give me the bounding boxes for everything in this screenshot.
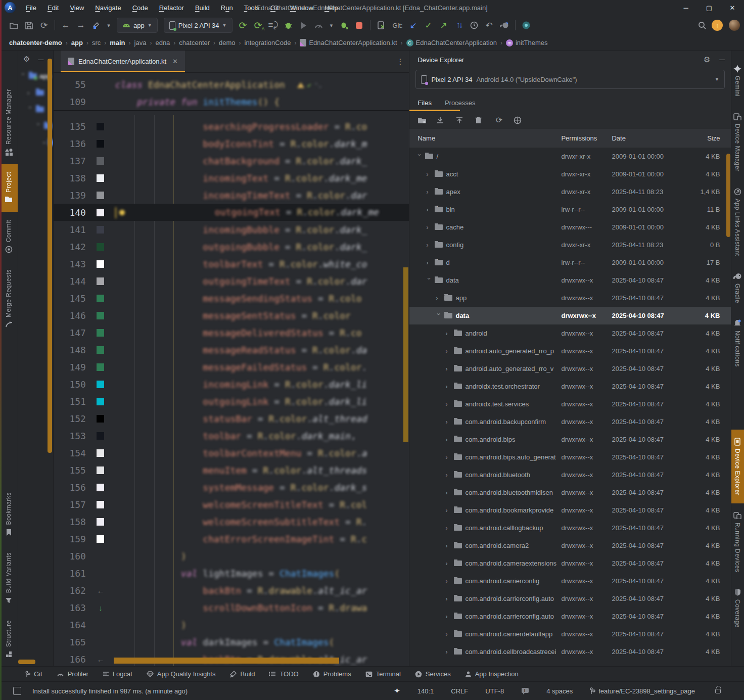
code-line[interactable]: 156 systemMessage = R.color.dark_s xyxy=(54,479,409,496)
menu-item-code[interactable]: Code xyxy=(127,2,153,14)
code-line[interactable]: 161 val lightImages = ChatImages( xyxy=(54,565,409,582)
tool-stripe-button-project[interactable]: Project xyxy=(0,164,18,212)
breadcrumb-item[interactable]: edna xyxy=(155,39,170,46)
tool-stripe-button-merge-requests[interactable]: Merge Requests xyxy=(0,261,18,337)
color-preview-swatch[interactable] xyxy=(97,415,104,423)
tree-chevron-icon[interactable]: › xyxy=(27,89,33,97)
save-icon[interactable] xyxy=(22,18,36,32)
color-preview-swatch[interactable] xyxy=(97,535,104,543)
tool-stripe-button-commit[interactable]: Commit xyxy=(0,212,18,261)
table-row[interactable]: ›appdrwxrwx--x2025-04-10 08:474 KB xyxy=(409,289,731,307)
tool-window-button-problems[interactable]: Problems xyxy=(308,669,356,679)
tool-stripe-button-device-manager[interactable]: Device Manager xyxy=(731,105,744,179)
color-preview-swatch[interactable] xyxy=(97,226,104,234)
open-folder-icon[interactable] xyxy=(7,18,21,32)
gear-icon[interactable]: ⚙ xyxy=(704,55,710,64)
table-row[interactable]: ›androiddrwxrwx--x2025-04-10 08:474 KB xyxy=(409,324,731,342)
tool-stripe-button-build-variants[interactable]: Build Variants xyxy=(0,544,18,612)
profiler-icon[interactable] xyxy=(312,18,326,32)
tree-chevron-icon[interactable]: › xyxy=(426,277,433,283)
code-line[interactable]: 157 welcomeScreenTitleText = R.col xyxy=(54,496,409,513)
project-horizontal-scrollbar[interactable] xyxy=(18,660,35,664)
column-header-permissions[interactable]: Permissions xyxy=(561,134,612,142)
tree-chevron-icon[interactable]: › xyxy=(445,365,451,372)
table-row[interactable]: ›configdrwxr-xr-x2025-04-11 08:230 B xyxy=(409,236,731,254)
profiler-dropdown-chevron-icon[interactable]: ▾ xyxy=(327,18,336,32)
refresh-icon[interactable]: ⟳ xyxy=(494,115,503,125)
menu-item-view[interactable]: View xyxy=(65,2,89,14)
tab-processes[interactable]: Processes xyxy=(445,99,476,107)
code-line[interactable]: 164 ) xyxy=(54,616,409,633)
code-line[interactable]: 146 messageSentStatus = R.color xyxy=(54,307,409,324)
code-line[interactable]: 163↓ scrollDownButtonIcon = R.drawa xyxy=(54,599,409,616)
tool-window-button-app-inspection[interactable]: App Inspection xyxy=(460,669,524,679)
code-line[interactable]: 158 welcomeScreenSubtitleText = R. xyxy=(54,513,409,530)
code-line[interactable]: 140 outgoingText = R.color.dark_me xyxy=(54,204,409,221)
table-row[interactable]: ›com.android.calllogbackupdrwxrwx--x2025… xyxy=(409,519,731,537)
table-row[interactable]: ›apexdrwxr-xr-x2025-04-11 08:231,4 KB xyxy=(409,183,731,201)
color-preview-swatch[interactable] xyxy=(97,432,104,440)
table-row[interactable]: ›datadrwxrwx--x2025-04-10 08:474 KB xyxy=(409,307,731,324)
editor-body[interactable]: 55class EdnaChatCenterApplication✔⌃⌄109 … xyxy=(54,73,409,666)
run-icon[interactable]: ⟳ xyxy=(236,18,250,32)
tool-stripe-button-gemini[interactable]: Gemini xyxy=(731,57,744,105)
table-row[interactable]: ›com.android.carrierconfig.autodrwxrwx--… xyxy=(409,590,731,608)
debug-icon[interactable] xyxy=(282,18,296,32)
tree-chevron-icon[interactable]: › xyxy=(445,330,451,337)
hide-panel-icon[interactable]: ─ xyxy=(719,55,725,64)
code-line[interactable]: 152 statusBar = R.color.alt_thread xyxy=(54,410,409,427)
status-message[interactable]: Install successfully finished in 987 ms.… xyxy=(32,687,188,695)
code-line[interactable]: 142 outgoingBubble = R.color.dark_ xyxy=(54,238,409,255)
table-row[interactable]: ›com.android.bluetoothmidisendrwxrwx--x2… xyxy=(409,484,731,501)
override-down-icon[interactable]: ↓ xyxy=(99,603,103,612)
tree-chevron-icon[interactable]: › xyxy=(426,259,432,266)
table-row[interactable]: ›com.android.carrierdefaultappdrwxrwx--x… xyxy=(409,625,731,643)
project-vertical-scrollbar[interactable] xyxy=(48,59,52,453)
editor-vertical-scrollbar[interactable] xyxy=(403,267,408,442)
table-header-row[interactable]: Name Permissions Date Size xyxy=(409,129,731,148)
code-line[interactable]: 148 messageReadStatus = R.color.da xyxy=(54,341,409,358)
table-row[interactable]: ›android.auto_generated_rro_pdrwxrwx--x2… xyxy=(409,342,731,360)
tree-chevron-icon[interactable]: › xyxy=(445,648,451,656)
tool-stripe-button-structure[interactable]: Structure xyxy=(0,612,18,666)
tool-stripe-button-coverage[interactable]: Coverage xyxy=(731,580,744,636)
apply-changes-icon[interactable]: ⟳A xyxy=(251,18,265,32)
git-sync-icon[interactable]: ↑↓ xyxy=(452,18,466,32)
maximize-button[interactable]: ▢ xyxy=(698,0,721,15)
undo-icon[interactable]: ↶ xyxy=(482,18,496,32)
color-preview-swatch[interactable] xyxy=(97,123,104,130)
goto-related-icon[interactable]: ← xyxy=(97,586,104,595)
upload-file-icon[interactable] xyxy=(456,116,465,124)
table-row[interactable]: ›com.android.cellbroadcastreceidrwxrwx--… xyxy=(409,643,731,661)
tool-window-button-logcat[interactable]: Logcat xyxy=(98,669,137,679)
tree-chevron-icon[interactable]: › xyxy=(34,123,42,129)
menu-item-refactor[interactable]: Refactor xyxy=(154,2,189,14)
color-preview-swatch[interactable] xyxy=(97,449,104,457)
tool-window-button-services[interactable]: Services xyxy=(410,669,456,679)
tool-window-button-app-quality-insights[interactable]: App Quality Insights xyxy=(142,669,221,679)
user-avatar[interactable] xyxy=(729,20,740,31)
code-lines[interactable]: 135 searchingProgressLoader = R.co136 bo… xyxy=(54,111,409,666)
search-everywhere-icon[interactable] xyxy=(695,18,709,32)
tab-options-kebab-icon[interactable]: ⋮ xyxy=(396,57,404,66)
color-preview-swatch[interactable] xyxy=(97,209,104,216)
color-preview-swatch[interactable] xyxy=(97,398,104,405)
color-preview-swatch[interactable] xyxy=(97,466,104,474)
tree-chevron-icon[interactable]: › xyxy=(426,206,432,213)
tree-chevron-icon[interactable]: › xyxy=(416,154,423,159)
table-row[interactable]: ›com.android.cameraextensionsdrwxrwx--x2… xyxy=(409,554,731,572)
column-header-name[interactable]: Name xyxy=(409,134,561,142)
table-row[interactable]: ›androidx.test.servicesdrwxrwx--x2025-04… xyxy=(409,395,731,413)
table-row[interactable]: ›com.android.carrierconfigdrwxrwx--x2025… xyxy=(409,572,731,590)
code-line[interactable]: 135 searchingProgressLoader = R.co xyxy=(54,118,409,135)
tool-window-button-profiler[interactable]: Profiler xyxy=(52,669,94,679)
color-preview-swatch[interactable] xyxy=(97,260,104,268)
tool-stripe-button-app-links-assistant[interactable]: App Links Assistant xyxy=(731,179,744,264)
table-row[interactable]: ›com.android.bips.auto_generatdrwxrwx--x… xyxy=(409,448,731,466)
color-preview-swatch[interactable] xyxy=(97,363,104,371)
delete-icon[interactable] xyxy=(475,116,484,124)
goto-related-icon[interactable]: ← xyxy=(97,655,104,664)
sticky-code-line[interactable]: 55class EdnaChatCenterApplication✔⌃⌄ xyxy=(54,76,409,93)
device-select[interactable]: Pixel 2 API 34 ▼ xyxy=(164,18,232,33)
tree-chevron-icon[interactable]: › xyxy=(445,383,451,390)
